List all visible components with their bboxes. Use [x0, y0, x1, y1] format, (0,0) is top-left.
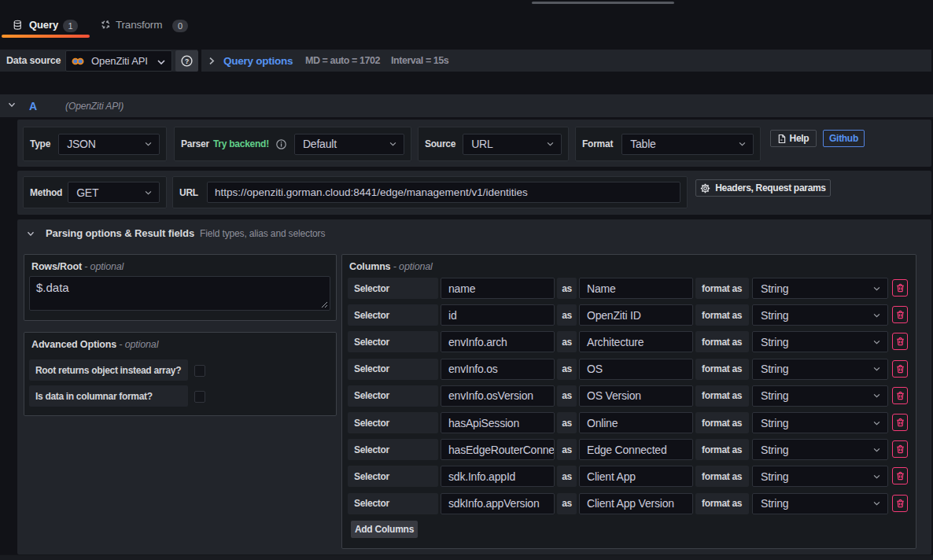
- svg-text:?: ?: [185, 57, 189, 65]
